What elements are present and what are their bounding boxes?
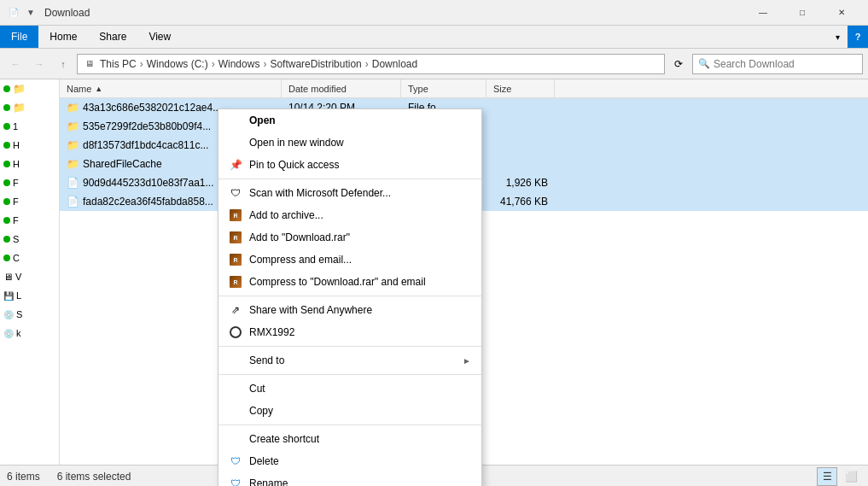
ctx-compress-email-label: Compress and email... [249,254,471,266]
ctx-send-to[interactable]: Send to ► [218,349,481,372]
ctx-pin-label: Pin to Quick access [249,159,471,171]
left-item-6[interactable]: F [0,173,59,192]
ctx-cut-label: Cut [249,383,471,395]
up-button[interactable]: ↑ [53,54,73,74]
left-item-12[interactable]: 💾L [0,286,59,305]
copy-icon [229,404,242,418]
ctx-add-archive-label: Add to archive... [249,209,471,221]
open-icon [229,114,242,127]
path-softwaredist: SoftwareDistribution [270,58,361,70]
left-item-8[interactable]: F [0,211,59,230]
green-dot-icon [3,123,10,130]
rar-icon-2: R [229,231,242,244]
tab-home[interactable]: Home [38,26,88,48]
ctx-rename-label: Rename [249,477,471,486]
ctx-create-shortcut[interactable]: Create shortcut [218,428,481,450]
ctx-scan-defender[interactable]: 🛡 Scan with Microsoft Defender... [218,182,481,204]
ctx-open[interactable]: Open [218,109,481,132]
ctx-compress-rar-email[interactable]: R Compress to "Download.rar" and email [218,271,481,293]
left-item-1[interactable]: 📁 [0,79,59,98]
details-view-button[interactable]: ☰ [817,467,837,486]
file-size-4: 1,926 KB [486,177,555,189]
left-item-10[interactable]: C [0,249,59,267]
maximize-button[interactable]: □ [783,0,822,26]
cut-icon [229,382,242,395]
left-panel: 📁 📁 1 H H F F F S C 🖥V 💾L 💿S 💿k [0,79,60,465]
ctx-add-archive[interactable]: R Add to archive... [218,204,481,226]
search-input[interactable] [714,58,857,70]
ctx-open-label: Open [249,114,471,126]
search-icon: 🔍 [698,58,710,69]
large-icons-view-button[interactable]: ⬜ [841,467,861,486]
ctx-share-label: Share with Send Anywhere [249,304,471,316]
path-download: Download [372,58,417,70]
ctx-pin-quick-access[interactable]: 📌 Pin to Quick access [218,154,481,176]
address-path[interactable]: 🖥 This PC › Windows (C:) › Windows › Sof… [77,54,665,74]
path-drive: Windows (C:) [147,58,208,70]
ctx-rmx1992[interactable]: RMX1992 [218,321,481,343]
ctx-add-download-rar[interactable]: R Add to "Download.rar" [218,226,481,249]
ctx-compress-email[interactable]: R Compress and email... [218,249,481,271]
file-list-header: Name ▲ Date modified Type Size [60,79,868,98]
ctx-sep-2 [218,296,481,296]
left-item-7[interactable]: F [0,192,59,211]
green-dot-icon [3,179,10,186]
close-button[interactable]: ✕ [822,0,861,26]
ctx-delete-label: Delete [249,455,471,467]
ctx-open-new-window[interactable]: Open in new window [218,132,481,154]
green-dot-icon [3,217,10,224]
column-header-date[interactable]: Date modified [282,79,401,97]
ctx-cut[interactable]: Cut [218,378,481,400]
tab-view[interactable]: View [137,26,182,48]
ctx-sep-4 [218,374,481,375]
ctx-compress-rar-email-label: Compress to "Download.rar" and email [249,276,471,288]
ctx-share-send-anywhere[interactable]: ⇗ Share with Send Anywhere [218,299,481,321]
title-bar-icons: 📄 ▼ [7,6,38,20]
shortcut-icon [229,432,242,446]
ctx-sep-1 [218,179,481,179]
left-item-4[interactable]: H [0,136,59,155]
green-dot-icon [3,104,10,111]
left-item-5[interactable]: H [0,155,59,173]
tab-file[interactable]: File [0,26,38,48]
green-dot-icon [3,236,10,243]
file-size-5: 41,766 KB [486,196,555,208]
address-bar: ← → ↑ 🖥 This PC › Windows (C:) › Windows… [0,49,868,79]
help-button[interactable]: ? [848,26,868,48]
left-item-13[interactable]: 💿S [0,305,59,324]
file-icon: 📄 [7,6,20,20]
ribbon: File Home Share View ▾ ? [0,26,868,49]
column-header-type[interactable]: Type [401,79,486,97]
left-item-14[interactable]: 💿k [0,324,59,343]
ctx-copy[interactable]: Copy [218,400,481,422]
rmx-icon [229,325,242,339]
ctx-open-new-window-label: Open in new window [249,137,471,149]
ctx-sep-3 [218,346,481,347]
minimize-button[interactable]: — [743,0,783,26]
item-count: 6 items [7,471,40,483]
forward-button[interactable]: → [29,54,50,74]
title-bar: 📄 ▼ Download — □ ✕ [0,0,868,26]
back-button[interactable]: ← [5,54,26,74]
left-item-11[interactable]: 🖥V [0,267,59,286]
tab-share[interactable]: Share [88,26,137,48]
ctx-rename[interactable]: 🛡 Rename [218,472,481,486]
column-header-size[interactable]: Size [486,79,555,97]
rename-icon: 🛡 [229,477,242,486]
column-header-name[interactable]: Name ▲ [60,79,282,97]
path-this-pc: This PC [100,58,137,70]
refresh-button[interactable]: ⟳ [668,54,689,74]
ctx-send-to-label: Send to [249,354,456,366]
ribbon-expand-button[interactable]: ▾ [827,26,848,48]
search-box[interactable]: 🔍 [692,54,863,74]
green-dot-icon [3,198,10,205]
ctx-add-download-rar-label: Add to "Download.rar" [249,231,471,243]
left-item-2[interactable]: 📁 [0,98,59,117]
left-item-3[interactable]: 1 [0,117,59,136]
left-item-9[interactable]: S [0,230,59,249]
ctx-delete[interactable]: 🛡 Delete [218,450,481,472]
ctx-sep-5 [218,425,481,425]
ctx-create-shortcut-label: Create shortcut [249,433,471,445]
selected-count: 6 items selected [57,471,131,483]
send-to-arrow-icon: ► [463,356,471,366]
